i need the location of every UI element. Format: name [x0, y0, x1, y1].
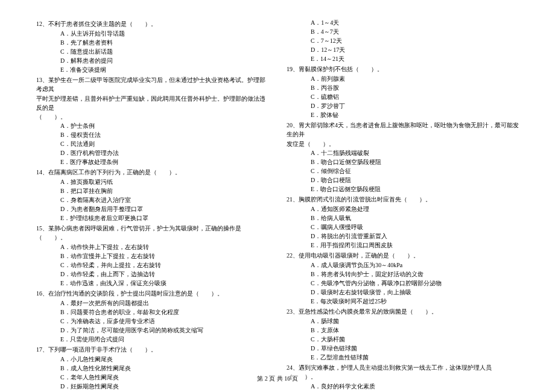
q20-option-d: D．吻合口梗阻: [287, 175, 519, 185]
q15-option-b: B．动作宜慢并上下提拉，左右旋转: [36, 251, 268, 261]
q18-option-d: D．12～17天: [287, 45, 519, 54]
q16-option-a: A．最好一次把所有的问题都提出: [36, 299, 268, 308]
q17-option-b: B．成人急性化脓性阑尾炎: [36, 364, 268, 373]
q23-option-d: D．草绿色链球菌: [287, 344, 519, 353]
q22-stem: 22、使用电动吸引器吸痰时，正确的是（ ）。: [287, 251, 519, 260]
q13-stem-line2: 平时无护理差错，且普外科护士严重短缺，因此聘用其任普外科护士。护理部的做法违反的…: [36, 94, 268, 112]
q20-option-e: E．吻合口远侧空肠段梗阻: [287, 185, 519, 194]
page-footer: 第 2 页 共 16 页: [0, 375, 555, 383]
q13-stem-line1: 13、某护生在一所二级甲等医院完成毕业实习后，但未通过护士执业资格考试。护理部考…: [36, 75, 268, 93]
q19-stem: 19、胃黏膜保护剂不包括（ ）。: [287, 65, 519, 74]
q21-option-b: B．给病人吸氧: [287, 213, 519, 223]
q21-option-a: A．通知医师紧急处理: [287, 204, 519, 213]
q13-option-d: D．医疗机构管理办法: [36, 148, 268, 157]
q20-stem-line1: 20、胃大部切除术4天，当患者进食后上腹饱胀和呕吐，呕吐物为食物无胆汁，最可能发…: [287, 121, 519, 139]
q19-option-d: D．罗沙替丁: [287, 101, 519, 110]
q14-stem: 14、在隔离病区工作的下列行为，正确的是（ ）。: [36, 168, 268, 177]
q20-option-c: C．倾倒综合征: [287, 166, 519, 175]
q15-option-c: C．动作轻柔，并向上提拉，左右旋转: [36, 261, 268, 270]
q18-option-b: B．4～7天: [287, 27, 519, 36]
q21-stem: 21、胸膜腔闭式引流的引流管脱出时应首先（ ）。: [287, 195, 519, 204]
q23-stem: 23、亚急性感染性心内膜炎最常见的致病菌是（ ）。: [287, 307, 519, 316]
right-column: A．1～4天 B．4～7天 C．7～12天 D．12～17天 E．14～21天 …: [287, 18, 519, 392]
q18-option-a: A．1～4天: [287, 18, 519, 27]
q14-option-a: A．掀页撕取避污纸: [36, 177, 268, 186]
q12-stem: 12、不利于患者抓住交谈主题的是（ ）。: [36, 19, 268, 28]
q23-option-e: E．乙型溶血性链球菌: [287, 353, 519, 362]
q13-option-c: C．民法通则: [36, 139, 268, 148]
q16-option-b: B．问题要符合患者的职业，年龄和文化程度: [36, 308, 268, 317]
q15-option-d: D．动作轻柔，由上而下，边抽边转: [36, 270, 268, 279]
q12-option-e: E．准备交谈提纲: [36, 65, 268, 74]
q23-option-a: A．肠球菌: [287, 317, 519, 326]
q23-option-b: B．支原体: [287, 326, 519, 335]
q23-option-c: C．大肠杆菌: [287, 335, 519, 344]
q15-option-a: A．动作快并上下提拉，左右旋转: [36, 242, 268, 251]
left-column: 12、不利于患者抓住交谈主题的是（ ）。 A．从主诉开始引导话题 B．先了解患者…: [36, 18, 268, 392]
q12-option-d: D．解释患者的提问: [36, 56, 268, 65]
q14-option-c: C．身着隔离衣进入治疗室: [36, 195, 268, 204]
q22-option-c: C．先吸净气管内分泌物，再吸净口腔咽部分泌物: [287, 279, 519, 288]
q12-option-a: A．从主诉开始引导话题: [36, 29, 268, 38]
q12-option-c: C．随意提出新话题: [36, 47, 268, 56]
q14-option-e: E．护理结核患者后立即更换口罩: [36, 213, 268, 223]
q18-option-c: C．7～12天: [287, 36, 519, 45]
q22-option-d: D．吸痰时左右旋转吸痰管，向上抽吸: [287, 288, 519, 297]
q22-option-b: B．将患者头转向护士，固定好活动的义齿: [287, 270, 519, 279]
q15-option-e: E．动作迅速，由浅入深，保证充分吸痰: [36, 279, 268, 288]
q24-option-a: A．良好的科学文化素质: [287, 382, 519, 391]
q17-option-a: A．小儿急性阑尾炎: [36, 355, 268, 364]
q13-option-b: B．侵权责任法: [36, 130, 268, 139]
q21-option-c: C．嘱病人缓慢呼吸: [287, 223, 519, 232]
q19-option-a: A．前列腺素: [287, 74, 519, 83]
q17-option-d: D．妊娠期急性阑尾炎: [36, 382, 268, 391]
q22-option-a: A．成人吸痰调节负压为30～40kPa: [287, 261, 519, 270]
q14-option-d: D．为患者翻身后用手整理口罩: [36, 204, 268, 213]
q18-option-e: E．14～21天: [287, 54, 519, 63]
q21-option-e: E．用手指捏闭引流口周围皮肤: [287, 241, 519, 250]
q19-option-b: B．丙谷胺: [287, 83, 519, 92]
q20-option-b: B．吻合口近侧空肠段梗阻: [287, 157, 519, 166]
q12-option-b: B．先了解患者资料: [36, 38, 268, 47]
q16-option-c: C．为准确表达，应多使用专业术语: [36, 317, 268, 326]
q17-stem: 17、下列哪一项适用于非手术疗法（ ）。: [36, 345, 268, 354]
q13-stem-line3: （ ）。: [36, 112, 268, 121]
q19-option-e: E．胶体铋: [287, 110, 519, 119]
q16-option-e: E．只需使用闭合式提问: [36, 335, 268, 344]
q20-stem-line2: 发症是（ ）。: [287, 139, 519, 148]
q13-option-a: A．护士条例: [36, 121, 268, 130]
q20-option-a: A．十二指肠残端破裂: [287, 148, 519, 157]
q13-option-e: E．医疗事故处理条例: [36, 157, 268, 166]
q21-option-d: D．将脱出的引流管重新置入: [287, 232, 519, 241]
q15-stem: 15、某肺心病患者因呼吸困难，行气管切开，护士为其吸痰时，正确的操作是（ ）。: [36, 224, 268, 242]
q14-option-b: B．把口罩挂在胸前: [36, 186, 268, 195]
q19-option-c: C．硫糖铝: [287, 92, 519, 101]
q16-option-d: D．为了简洁，尽可能使用医学名词的简称或英文缩写: [36, 326, 268, 335]
q22-option-e: E．每次吸痰时间不超过25秒: [287, 297, 519, 306]
q16-stem: 16、在治疗性沟通的交谈阶段，护士提出问题时应注意的是（ ）。: [36, 289, 268, 298]
